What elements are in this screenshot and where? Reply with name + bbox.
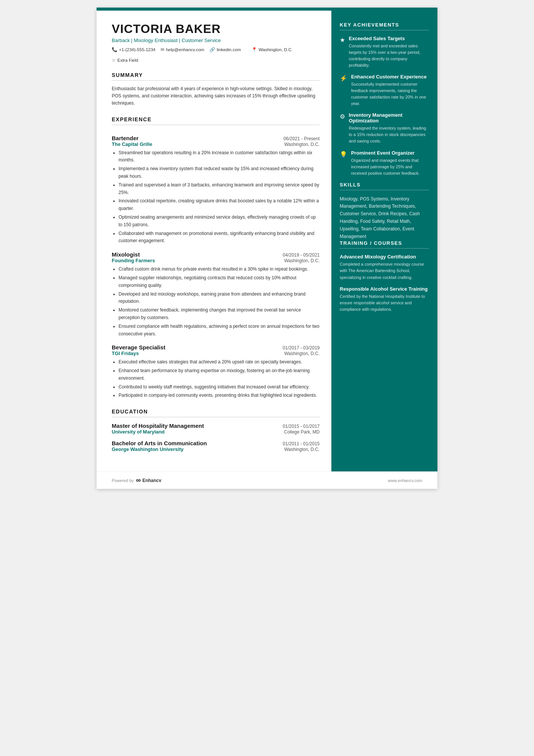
edu-school-row-0: University of Maryland College Park, MD	[112, 429, 320, 435]
achievement-desc-3: Organized and managed events that increa…	[351, 157, 429, 177]
job-bullets-1: Crafted custom drink menus for private e…	[112, 266, 320, 338]
achievement-0: ★ Exceeded Sales Targets Consistently me…	[340, 36, 429, 69]
training-item-1: Responsible Alcohol Service Training Cer…	[340, 286, 429, 313]
job-header-0: Bartender 06/2021 - Present	[112, 130, 320, 141]
logo-icon: ∞	[136, 476, 141, 484]
job-company-row-1: Founding Farmers Washington, D.C.	[112, 258, 320, 263]
skills-text: Mixology, POS Systems, Inventory Managem…	[340, 196, 429, 241]
education-divider	[112, 417, 320, 417]
location-item: 📍 Washington, D.C.	[251, 47, 293, 52]
bullet-1-2: Developed and led mixology workshops, ea…	[119, 291, 320, 306]
edu-dates-0: 01/2015 - 01/2017	[283, 424, 320, 429]
phone-icon: 📞	[112, 47, 117, 52]
achievement-body-1: Enhanced Customer Experience Successfull…	[351, 74, 429, 107]
job-location-1: Washington, D.C.	[284, 258, 320, 263]
brand-name: Enhancv	[142, 478, 161, 483]
training-item-0: Advanced Mixology Certification Complete…	[340, 254, 429, 280]
bullet-0-5: Collaborated with management on promotio…	[119, 230, 320, 245]
location-value: Washington, D.C.	[259, 47, 293, 52]
email-item: ✉ help@enhancv.com	[161, 47, 204, 52]
bullet-1-3: Monitored customer feedback, implementin…	[119, 307, 320, 322]
edu-entry-1: Bachelor of Arts in Communication 01/201…	[112, 440, 320, 452]
experience-title: EXPERIENCE	[112, 116, 320, 122]
achievement-body-3: Prominent Event Organizer Organized and …	[351, 150, 429, 177]
job-entry-1: Mixologist 04/2019 - 05/2021 Founding Fa…	[112, 246, 320, 338]
job-role-0: Bartender	[112, 135, 139, 141]
experience-divider	[112, 125, 320, 125]
main-content: VICTORIA BAKER Barback | Mixology Enthus…	[97, 11, 437, 471]
candidate-name: VICTORIA BAKER	[112, 22, 320, 36]
job-company-row-2: TGI Fridays Washington, D.C.	[112, 351, 320, 356]
powered-by-label: Powered by	[112, 478, 134, 483]
star-icon: ☆	[112, 58, 116, 63]
training-section: TRAINING / COURSES Advanced Mixology Cer…	[340, 240, 429, 312]
header-section: VICTORIA BAKER Barback | Mixology Enthus…	[112, 22, 320, 63]
enhancv-logo: ∞ Enhancv	[136, 476, 161, 484]
job-dates-1: 04/2019 - 05/2021	[283, 252, 320, 258]
phone-value: +1-(234)-555-1234	[119, 47, 155, 52]
achievement-title-0: Exceeded Sales Targets	[349, 36, 429, 41]
job-dates-2: 01/2017 - 03/2019	[283, 345, 320, 351]
achievement-title-1: Enhanced Customer Experience	[351, 74, 429, 80]
bullet-2-2: Contributed to weekly staff meetings, su…	[119, 383, 320, 391]
achievement-desc-2: Redesigned the inventory system, leading…	[349, 125, 429, 144]
bullet-0-1: Implemented a new inventory system that …	[119, 165, 320, 180]
summary-title: SUMMARY	[112, 72, 320, 78]
edu-degree-row-1: Bachelor of Arts in Communication 01/201…	[112, 440, 320, 446]
job-bullets-0: Streamlined bar operations resulting in …	[112, 149, 320, 245]
resume-page: VICTORIA BAKER Barback | Mixology Enthus…	[97, 8, 437, 489]
bullet-1-4: Ensured compliance with health regulatio…	[119, 323, 320, 338]
job-location-0: Washington, D.C.	[284, 142, 320, 147]
job-company-1: Founding Farmers	[112, 258, 155, 263]
bullet-1-1: Managed supplier relationships, negotiat…	[119, 274, 320, 290]
achievement-body-0: Exceeded Sales Targets Consistently met …	[349, 36, 429, 69]
extra-field-value: Extra Field	[117, 58, 138, 63]
email-value: help@enhancv.com	[166, 47, 204, 52]
training-title: TRAINING / COURSES	[340, 240, 429, 246]
left-column: VICTORIA BAKER Barback | Mixology Enthus…	[97, 11, 331, 471]
achievement-desc-0: Consistently met and exceeded sales targ…	[349, 43, 429, 69]
linkedin-item: 🔗 linkedin.com	[209, 47, 241, 52]
education-section: EDUCATION Master of Hospitality Manageme…	[112, 409, 320, 452]
bullet-0-2: Trained and supervised a team of 3 barba…	[119, 182, 320, 197]
job-dates-0: 06/2021 - Present	[284, 136, 320, 141]
achievement-desc-1: Successfully implemented customer feedba…	[351, 81, 429, 107]
job-bullets-2: Executed effective sales strategies that…	[112, 358, 320, 399]
job-company-2: TGI Fridays	[112, 351, 139, 356]
job-header-2: Beverage Specialist 01/2017 - 03/2019	[112, 339, 320, 351]
achievement-title-2: Inventory Management Optimization	[349, 112, 429, 124]
training-name-1: Responsible Alcohol Service Training	[340, 286, 429, 292]
email-icon: ✉	[161, 47, 164, 52]
job-entry-0: Bartender 06/2021 - Present The Capital …	[112, 130, 320, 245]
training-desc-0: Completed a comprehensive mixology cours…	[340, 261, 429, 280]
location-icon: 📍	[251, 47, 257, 52]
linkedin-value: linkedin.com	[217, 47, 241, 52]
achievements-title: KEY ACHIEVEMENTS	[340, 22, 429, 28]
edu-school-row-1: George Washington University Washington,…	[112, 446, 320, 452]
achievement-icon-3: 💡	[340, 151, 347, 158]
bullet-1-0: Crafted custom drink menus for private e…	[119, 266, 320, 273]
education-title: EDUCATION	[112, 409, 320, 415]
bullet-2-1: Enhanced team performance by sharing exp…	[119, 367, 320, 382]
footer: Powered by ∞ Enhancv www.enhancv.com	[97, 471, 437, 489]
achievement-3: 💡 Prominent Event Organizer Organized an…	[340, 150, 429, 177]
achievement-1: ⚡ Enhanced Customer Experience Successfu…	[340, 74, 429, 107]
edu-school-0: University of Maryland	[112, 429, 164, 435]
edu-school-1: George Washington University	[112, 446, 184, 452]
training-desc-1: Certified by the National Hospitality In…	[340, 293, 429, 313]
edu-entry-0: Master of Hospitality Management 01/2015…	[112, 423, 320, 435]
skills-title: SKILLS	[340, 182, 429, 188]
training-name-0: Advanced Mixology Certification	[340, 254, 429, 260]
edu-degree-0: Master of Hospitality Management	[112, 423, 204, 429]
edu-degree-1: Bachelor of Arts in Communication	[112, 440, 207, 446]
job-role-2: Beverage Specialist	[112, 344, 166, 351]
achievements-section: KEY ACHIEVEMENTS ★ Exceeded Sales Target…	[340, 22, 429, 177]
top-bar	[97, 8, 437, 11]
summary-section: SUMMARY Enthusiastic bar professional wi…	[112, 72, 320, 107]
achievement-2: ⚙ Inventory Management Optimization Rede…	[340, 112, 429, 144]
right-column: KEY ACHIEVEMENTS ★ Exceeded Sales Target…	[331, 11, 437, 471]
achievement-title-3: Prominent Event Organizer	[351, 150, 429, 156]
contact-row: 📞 +1-(234)-555-1234 ✉ help@enhancv.com 🔗…	[112, 47, 320, 63]
edu-location-1: Washington, D.C.	[284, 447, 320, 452]
job-entry-2: Beverage Specialist 01/2017 - 03/2019 TG…	[112, 339, 320, 399]
